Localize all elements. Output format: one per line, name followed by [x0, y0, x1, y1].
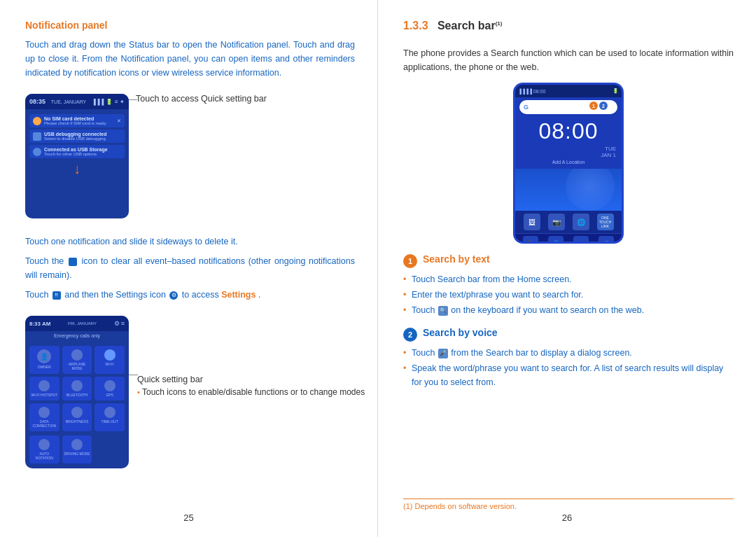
browser-icon: 🌐	[577, 218, 585, 226]
phone-mockup-1-wrapper: 08:35 TUE, JANUARY ▐▐▐ 🔋 ≡ ✦ No SIM card…	[25, 85, 355, 229]
pull-down-arrow: ↓	[29, 161, 125, 177]
search-voice-badge: 2	[403, 328, 417, 342]
bg-circle	[566, 169, 615, 211]
right-section-num: 1.3.3 Search bar(1)	[403, 20, 502, 32]
qs-rotation-label: AUTO ROTATION	[31, 452, 58, 460]
camera-icon: 📷	[552, 218, 561, 226]
qs-data: DATA CONNECTION	[29, 403, 59, 431]
notif-usb-sub: Select to disable USB debugging	[44, 137, 121, 141]
app-onetouch: ONE TOUCH LINK	[597, 214, 614, 230]
qs-gear-icon: ⚙	[114, 320, 120, 327]
status-time-1: 08:35	[29, 98, 46, 105]
notif-usb-text: USB debugging connected Select to disabl…	[44, 132, 121, 141]
notif-sim-icon	[33, 117, 41, 125]
phone-mockup-search: ▐▐▐▐ 08:00 🔋 G 1 2 08:00 TUE JAN 1 Add A…	[513, 83, 624, 244]
search-by-voice-section: 2 Search by voice	[403, 327, 734, 342]
notif-sim-text: No SIM card detected Please check if SIM…	[44, 116, 114, 125]
search-signal: ▐▐▐▐ 08:00	[518, 89, 545, 94]
qs-status-icons: ⚙ ≡	[114, 320, 125, 327]
voice-bullet-2: Speak the word/phrase you want to search…	[403, 361, 734, 389]
qs-hotspot-label: WI-FI HOTSPOT	[31, 393, 58, 397]
search-text-bullets: Touch Search bar from the Home screen. E…	[403, 272, 734, 317]
notif-item-2: USB debugging connected Select to disabl…	[29, 130, 125, 143]
clear-notif-text: Touch the icon to clear all event–based …	[25, 254, 355, 282]
status-date-1: TUE, JANUARY	[51, 99, 86, 104]
dock-messages: ✉	[573, 236, 589, 244]
qs-bright-label: BRIGHTNESS	[64, 419, 91, 424]
notif-storage-sub: Touch for other USB options	[44, 152, 121, 156]
qs-wifi: WI-FI	[94, 346, 125, 374]
notif-storage-title: Connected as USB Storage	[44, 147, 121, 152]
footnote: (1) Depends on software version.	[403, 498, 734, 510]
notif-sim-sub: Please check if SIM card is ready	[44, 121, 114, 125]
qs-annotation-wrapper: 8:33 AM FRI, JANUARY ⚙ ≡ Emergency calls…	[25, 307, 355, 477]
notif-item-3: Connected as USB Storage Touch for other…	[29, 145, 125, 158]
settings-gear-icon: ⚙	[169, 291, 178, 300]
qs-hotspot: WI-FI HOTSPOT	[29, 377, 59, 400]
clear-icon	[69, 258, 77, 266]
notif-bubble-2: 2	[599, 102, 608, 110]
notif-bubbles: 1 2	[589, 102, 608, 110]
gallery-icon: 🖼	[528, 218, 536, 226]
qs-owner-icon: 👤	[37, 349, 51, 363]
search-phone-center: ▐▐▐▐ 08:00 🔋 G 1 2 08:00 TUE JAN 1 Add A…	[403, 83, 734, 244]
app-browser: 🌐	[573, 214, 589, 230]
touch-annotation-1: Touch to access Quick setting bar	[136, 94, 267, 104]
qs-driving-label: DRIVING MODE	[64, 452, 91, 456]
qs-connector-line	[129, 375, 138, 375]
app-icons-row: 🖼 📷 🌐 ONE TOUCH LINK	[515, 211, 622, 233]
right-page-number: 26	[562, 512, 572, 523]
search-voice-bullets: Touch 🎤 from the Search bar to display a…	[403, 346, 734, 389]
signal-icon: ▐▐▐	[92, 99, 104, 105]
app-gallery: 🖼	[524, 214, 540, 230]
qs-owner-label: OWNER	[31, 365, 58, 369]
dock-contacts: 👤	[548, 236, 564, 244]
phone-clock: 08:00	[515, 118, 622, 144]
qs-bottom-row: AUTO ROTATION DRIVING MODE	[25, 435, 129, 466]
search-status-bar: ▐▐▐▐ 08:00 🔋	[515, 85, 622, 97]
search-voice-title: Search by voice	[423, 327, 498, 338]
voice-bullet-1: Touch 🎤 from the Search bar to display a…	[403, 346, 734, 360]
notif-bubble-1: 1	[589, 102, 598, 110]
qs-hotspot-icon	[38, 380, 50, 391]
phone-bottom-dock: 📞 👤 ✉ ⠿	[515, 233, 622, 244]
notif-usb-icon	[33, 132, 41, 141]
phone-mockup-2: 8:33 AM FRI, JANUARY ⚙ ≡ Emergency calls…	[25, 316, 129, 468]
status-bar-1: 08:35 TUE, JANUARY ▐▐▐ 🔋 ≡ ✦	[25, 94, 129, 109]
right-section-header: 1.3.3 Search bar(1)	[403, 20, 734, 39]
qs-gps-label: GPS	[96, 393, 123, 397]
qs-date: FRI, JANUARY	[68, 321, 97, 326]
qs-bt-label: BLUETOOTH	[64, 393, 91, 397]
search-by-text-section: 1 Search by text	[403, 253, 734, 268]
search-battery: 🔋	[612, 88, 619, 94]
dock-apps: ⠿	[598, 236, 614, 244]
dock-phone: 📞	[523, 236, 538, 244]
qs-data-icon	[38, 407, 50, 418]
left-intro: Touch and drag down the Status bar to op…	[25, 38, 355, 80]
apps-icon: ⠿	[52, 291, 61, 300]
qs-rotation: AUTO ROTATION	[29, 435, 59, 463]
phone-date: TUE JAN 1	[515, 146, 622, 158]
qs-timeout-label: TIME-OUT	[96, 419, 123, 424]
qs-wifi-icon	[104, 349, 115, 361]
qs-sub-annotation: • Touch icons to enable/disable function…	[137, 387, 277, 397]
notif-icon-bar: ≡ ✦	[115, 99, 125, 105]
notif-storage-icon	[33, 148, 41, 156]
search-text-title: Search by text	[423, 253, 490, 265]
qs-data-label: DATA CONNECTION	[31, 419, 58, 428]
qs-driving: DRIVING MODE	[62, 435, 92, 463]
right-intro: The phone provides a Search function whi…	[403, 46, 734, 74]
notif-usb-title: USB debugging connected	[44, 132, 121, 137]
qs-airplane-icon	[71, 349, 83, 361]
left-section-title: Notification panel	[25, 20, 355, 31]
app-camera: 📷	[548, 214, 565, 230]
search-bullet-1: Touch Search bar from the Home screen.	[403, 272, 734, 286]
qs-rotation-icon	[38, 439, 50, 450]
phone-mockup-1: 08:35 TUE, JANUARY ▐▐▐ 🔋 ≡ ✦ No SIM card…	[25, 94, 129, 218]
qs-wifi-label: WI-FI	[96, 362, 123, 366]
battery-icon: 🔋	[106, 99, 113, 105]
qs-bt-icon	[71, 380, 83, 391]
add-location-text: Add A Location	[515, 160, 622, 165]
qs-gps: GPS	[94, 377, 125, 400]
left-page: Notification panel Touch and drag down t…	[0, 0, 378, 537]
